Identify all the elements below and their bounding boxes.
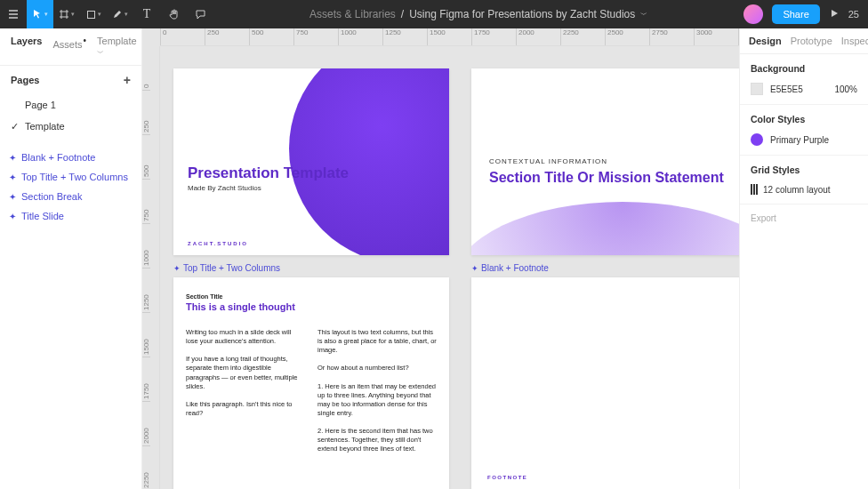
bg-hex[interactable]: E5E5E5 — [770, 84, 803, 94]
canvas[interactable]: 0250500750100012501500175020002250250027… — [142, 28, 739, 489]
decorative-blob — [289, 68, 449, 255]
text-tool[interactable]: T — [133, 0, 160, 28]
bg-opacity[interactable]: 100% — [834, 84, 857, 94]
decorative-blob — [471, 202, 739, 255]
brand-mark: ZACHT.STUDIO — [188, 241, 248, 246]
frame-label[interactable]: Blank + Footnote — [471, 263, 549, 273]
grid-icon — [751, 184, 758, 195]
body-text: Like this paragraph. Isn't this nice to … — [186, 400, 305, 418]
right-panel: Design Prototype Inspect Background E5E5… — [739, 28, 868, 489]
shape-tool[interactable]: ▾ — [80, 0, 107, 28]
file-menu-chevron[interactable]: ﹀ — [640, 10, 647, 20]
page-item[interactable]: Template — [0, 116, 141, 137]
body-text: Writing too much in a slide deck will lo… — [186, 328, 305, 346]
component-icon: ✦ — [9, 192, 16, 202]
breadcrumb-parent[interactable]: Assets & Libraries — [309, 8, 396, 20]
frame-layer[interactable]: ✦Top Title + Two Columns — [0, 167, 141, 187]
menu-button[interactable] — [0, 0, 27, 28]
component-icon: ✦ — [9, 172, 16, 182]
frame-blank-footnote[interactable]: Blank + Footnote FOOTNOTE — [471, 277, 739, 489]
section-title: This is a single thought — [186, 301, 437, 312]
hand-tool[interactable] — [160, 0, 187, 28]
present-button[interactable] — [829, 8, 840, 20]
pen-tool[interactable]: ▾ — [107, 0, 133, 28]
share-button[interactable]: Share — [772, 4, 819, 24]
file-name[interactable]: Using Figma for Presentations by Zacht S… — [409, 8, 635, 20]
grid-style-name[interactable]: 12 column layout — [763, 185, 831, 195]
left-panel: Layers Assets Template ﹀ Pages + Page 1 … — [0, 28, 142, 489]
body-text: 2. Here is the second item that has two … — [317, 427, 437, 453]
section-kicker: CONTEXTUAL INFORMATION — [489, 157, 607, 165]
section-title: Section Title Or Mission Statement — [489, 170, 724, 186]
tab-assets[interactable]: Assets — [52, 36, 86, 58]
tab-template[interactable]: Template ﹀ — [97, 36, 137, 58]
color-styles-label: Color Styles — [751, 114, 857, 124]
tab-layers[interactable]: Layers — [11, 36, 42, 58]
svg-rect-0 — [87, 11, 94, 18]
component-icon: ✦ — [9, 153, 16, 163]
frame-layer[interactable]: ✦Title Slide — [0, 206, 141, 226]
body-text: Or how about a numbered list? — [317, 364, 437, 373]
frame-title-slide[interactable]: Title Slide Presentation Template Made B… — [173, 68, 449, 255]
body-text: 1. Here is an item that may be extended … — [317, 382, 437, 419]
avatar[interactable] — [743, 4, 763, 24]
grid-styles-label: Grid Styles — [751, 164, 857, 175]
frame-layer[interactable]: ✦Blank + Footnote — [0, 148, 141, 167]
frame-label[interactable]: Top Title + Two Columns — [173, 263, 280, 273]
tab-inspect[interactable]: Inspect — [841, 36, 868, 46]
body-text: If you have a long trail of thoughts, se… — [186, 355, 305, 391]
section-kicker: Section Title — [186, 293, 437, 300]
color-style-name[interactable]: Primary Purple — [770, 135, 829, 145]
export-label[interactable]: Export — [740, 204, 868, 232]
frame-two-columns[interactable]: Top Title + Two Columns Section Title Th… — [173, 277, 449, 489]
comment-tool[interactable] — [187, 0, 213, 28]
frame-tool[interactable]: ▾ — [53, 0, 80, 28]
frame-section-break[interactable]: Section Break CONTEXTUAL INFORMATION Sec… — [471, 68, 739, 255]
tab-design[interactable]: Design — [749, 36, 782, 46]
color-swatch[interactable] — [751, 133, 763, 146]
slide-subtitle: Made By Zacht Studios — [188, 184, 261, 192]
breadcrumb-sep: / — [401, 8, 404, 20]
body-text: This layout is two text columns, but thi… — [317, 328, 437, 355]
move-tool[interactable]: ▾ — [27, 0, 53, 28]
ruler-vertical: 0250500750100012501500175020002250 — [142, 46, 160, 489]
top-toolbar: ▾ ▾ ▾ ▾ T Assets & Libraries / Using Fig… — [0, 0, 868, 28]
tab-prototype[interactable]: Prototype — [791, 36, 832, 46]
frame-layer[interactable]: ✦Section Break — [0, 187, 141, 206]
bg-label: Background — [751, 63, 857, 74]
component-icon: ✦ — [9, 212, 16, 221]
add-page-button[interactable]: + — [124, 73, 131, 87]
pages-label: Pages — [11, 75, 39, 85]
bg-swatch[interactable] — [751, 83, 763, 95]
footnote: FOOTNOTE — [487, 475, 527, 480]
slide-title: Presentation Template — [188, 164, 349, 182]
ruler-horizontal: 0250500750100012501500175020002250250027… — [160, 28, 739, 46]
page-item[interactable]: Page 1 — [0, 94, 141, 116]
zoom-level[interactable]: 25 — [848, 9, 859, 20]
